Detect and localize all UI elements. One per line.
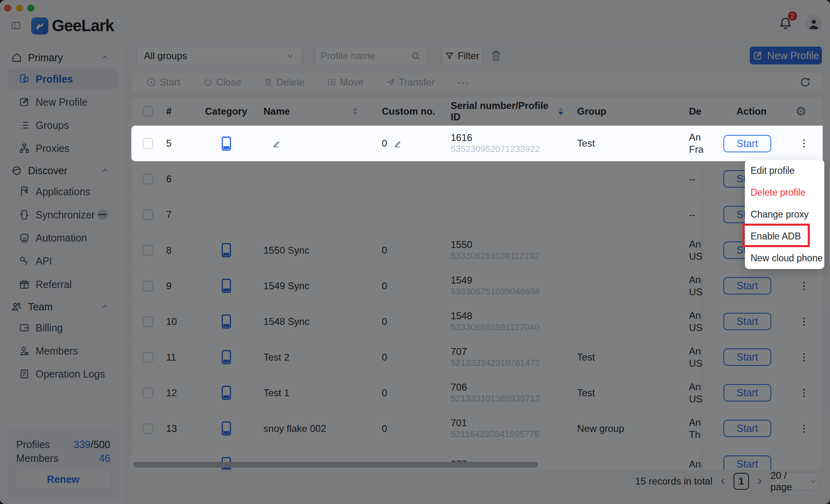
profile-id: 535230952071233922 [451, 143, 563, 155]
edit-custom-no-icon[interactable] [393, 138, 403, 149]
app-window: GeeLark 2 Primary Profiles New Profile G… [0, 0, 830, 504]
menu-item-edit-profile[interactable]: Edit profile [745, 160, 824, 182]
menu-item-change-proxy[interactable]: Change proxy [745, 203, 824, 225]
row-checkbox[interactable] [143, 138, 153, 149]
edit-name-icon[interactable] [272, 138, 282, 149]
row-context-menu: Edit profile Delete profile Change proxy… [745, 160, 824, 269]
cloud-phone-icon [222, 137, 231, 151]
enable-adb-highlight-box [742, 224, 810, 247]
dim-overlay [0, 0, 830, 504]
start-button[interactable]: Start [723, 135, 771, 152]
table-row[interactable]: 5 0 1616535230952071233922 Test AnFra St… [131, 126, 823, 161]
menu-item-delete-profile[interactable]: Delete profile [745, 182, 824, 203]
row-menu-kebab-icon[interactable] [803, 139, 805, 147]
menu-item-new-cloud-phone[interactable]: New cloud phone [745, 247, 824, 269]
